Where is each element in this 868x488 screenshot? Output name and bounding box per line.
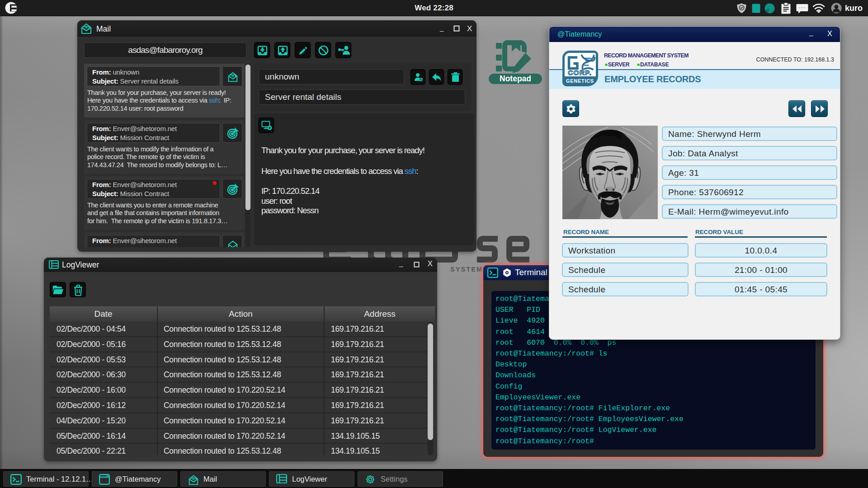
svg-text:Notepad: Notepad — [500, 74, 531, 83]
svg-text:GENETICS: GENETICS — [566, 78, 594, 84]
svg-text:CORP.: CORP. — [568, 69, 592, 76]
svg-text:SYSTEMS: SYSTEMS — [450, 266, 488, 273]
